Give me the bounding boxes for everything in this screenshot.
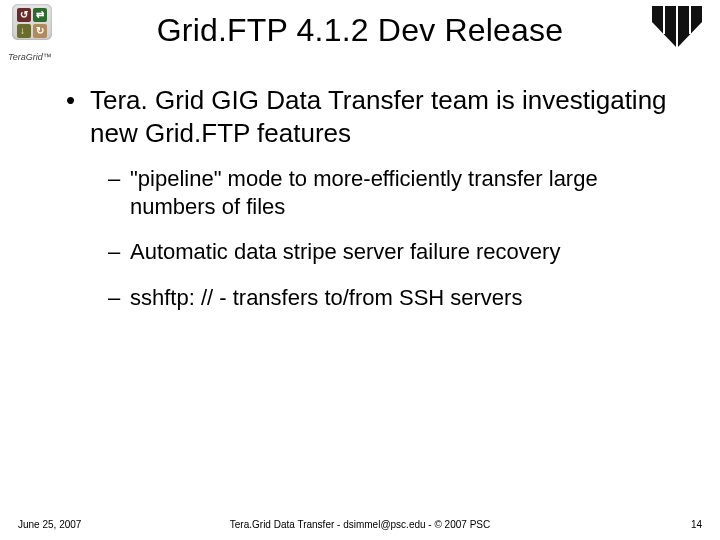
slide-title: Grid.FTP 4.1.2 Dev Release [0, 12, 720, 49]
slide-number: 14 [691, 519, 702, 530]
header: ↺ ⇄ ↓ ↻ TeraGrid™ Grid.FTP 4.1.2 Dev Rel… [0, 0, 720, 60]
bullet-level2: Automatic data stripe server failure rec… [60, 238, 680, 266]
bullet-level2: "pipeline" mode to more-efficiently tran… [60, 165, 680, 220]
content-area: Tera. Grid GIG Data Transfer team is inv… [60, 84, 680, 329]
bullet-text: Automatic data stripe server failure rec… [130, 239, 560, 264]
bullet-text: "pipeline" mode to more-efficiently tran… [130, 166, 598, 219]
slide: ↺ ⇄ ↓ ↻ TeraGrid™ Grid.FTP 4.1.2 Dev Rel… [0, 0, 720, 540]
bullet-level1: Tera. Grid GIG Data Transfer team is inv… [60, 84, 680, 149]
psc-shield-icon [650, 4, 704, 50]
bullet-level2: sshftp: // - transfers to/from SSH serve… [60, 284, 680, 312]
bullet-text: Tera. Grid GIG Data Transfer team is inv… [90, 85, 667, 148]
footer: June 25, 2007 Tera.Grid Data Transfer - … [0, 512, 720, 530]
teragrid-logo-text: TeraGrid™ [8, 52, 52, 62]
bullet-text: sshftp: // - transfers to/from SSH serve… [130, 285, 522, 310]
footer-center-text: Tera.Grid Data Transfer - dsimmel@psc.ed… [0, 519, 720, 530]
